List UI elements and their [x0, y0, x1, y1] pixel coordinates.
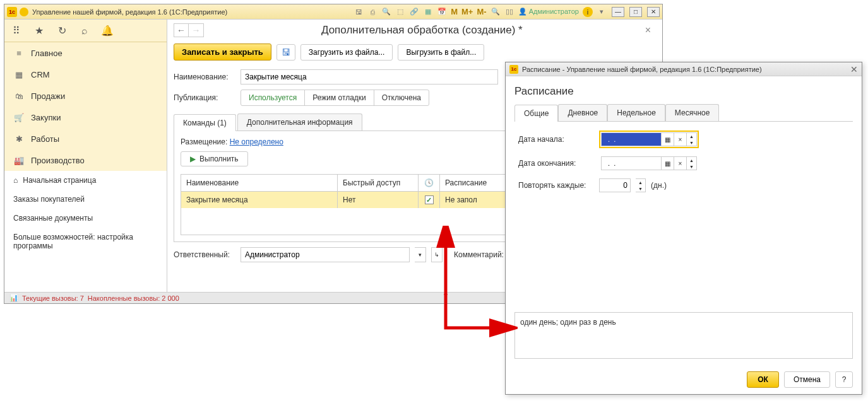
save-icon-button[interactable]: 🖫	[276, 44, 295, 61]
memory-mplus-button[interactable]: M+	[461, 7, 473, 16]
responsible-label: Ответственный:	[174, 250, 235, 259]
execute-button[interactable]: ▶ Выполнить	[181, 151, 248, 166]
minimize-button[interactable]: —	[612, 7, 624, 17]
row-name: Закрытие месяца	[181, 192, 338, 208]
print-icon[interactable]: ⎙	[367, 7, 378, 17]
ok-button[interactable]: ОК	[747, 371, 779, 388]
compare-icon[interactable]: ⬚	[395, 7, 405, 17]
nav-more[interactable]: Больше возможностей: настройка программы	[4, 228, 167, 255]
tab-commands[interactable]: Команды (1)	[174, 114, 236, 131]
nav-crm[interactable]: ▦CRM	[4, 64, 167, 85]
nav-orders[interactable]: Заказы покупателей	[4, 190, 167, 209]
close-button[interactable]: ✕	[647, 7, 660, 17]
nav-label: Работы	[31, 134, 59, 144]
nav-purchases[interactable]: 🛒Закупки	[4, 107, 167, 128]
load-file-button[interactable]: Загрузить из файла...	[300, 44, 393, 61]
dlg-tab-daily[interactable]: Дневное	[558, 104, 607, 121]
nav-secondary: ⌂Начальная страница Заказы покупателей С…	[4, 171, 167, 292]
save-close-button[interactable]: Записать и закрыть	[174, 44, 271, 61]
pub-option-used[interactable]: Используется	[241, 90, 305, 105]
user-label[interactable]: 👤 Администратор	[518, 8, 579, 16]
responsible-open[interactable]: ↳	[431, 247, 443, 262]
star-icon[interactable]: ★	[33, 25, 45, 37]
row-schedule-checkbox[interactable]: ✓	[419, 192, 440, 208]
apps-icon[interactable]: ⠿	[11, 25, 22, 37]
start-spin[interactable]: ▲▼	[687, 132, 697, 146]
status-accumulated: Накопленные вызовы: 2 000	[88, 294, 179, 302]
comment-label: Комментарий:	[454, 250, 504, 259]
panels-icon[interactable]: ▯▯	[504, 7, 514, 17]
responsible-input[interactable]	[241, 247, 410, 262]
link-icon[interactable]: 🔗	[409, 7, 419, 17]
start-calendar-button[interactable]: ▦	[662, 132, 674, 146]
publication-group: Используется Режим отладки Отключена	[241, 90, 429, 106]
nav-label: Продажи	[31, 91, 65, 101]
nav-related[interactable]: Связанные документы	[4, 209, 167, 228]
pub-option-disabled[interactable]: Отключена	[374, 90, 429, 105]
placement-link[interactable]: Не определено	[230, 137, 283, 146]
name-label: Наименование:	[174, 73, 235, 81]
start-clear-button[interactable]: ×	[674, 132, 687, 146]
col-name[interactable]: Наименование	[181, 175, 338, 191]
calculator-icon[interactable]: ▦	[423, 7, 433, 17]
checkbox-icon: ✓	[425, 195, 434, 204]
end-spin[interactable]: ▲▼	[687, 156, 697, 170]
nav-label: Производство	[31, 156, 85, 165]
memory-m-button[interactable]: M	[451, 7, 458, 16]
col-schedule-icon[interactable]: 🕓	[419, 175, 440, 191]
nav-label: Закупки	[31, 113, 61, 122]
repeat-unit: (дн.)	[651, 181, 667, 190]
dlg-tab-general[interactable]: Общие	[514, 105, 558, 122]
nav-home[interactable]: ⌂Начальная страница	[4, 171, 167, 190]
dropdown-indicator-icon[interactable]	[20, 8, 28, 16]
clock-icon: 🕓	[424, 178, 434, 187]
nav-sales[interactable]: 🛍Продажи	[4, 85, 167, 107]
repeat-spin[interactable]: ▲▼	[636, 178, 646, 192]
app-logo-icon: 1c	[7, 7, 17, 17]
export-file-button[interactable]: Выгрузить в файл...	[398, 44, 484, 61]
dialog-close-button[interactable]: ✕	[850, 64, 858, 74]
memory-mminus-button[interactable]: M-	[477, 7, 486, 16]
responsible-dropdown[interactable]: ▾	[415, 247, 426, 262]
dropdown-icon[interactable]: ▾	[597, 7, 607, 17]
basket-icon: 🛍	[13, 90, 25, 102]
dialog-logo-icon: 1c	[509, 65, 518, 74]
forward-button[interactable]: →	[189, 23, 204, 37]
history-icon[interactable]: ↻	[56, 25, 68, 37]
maximize-button[interactable]: □	[629, 7, 642, 17]
bell-icon[interactable]: 🔔	[102, 25, 113, 37]
col-quick[interactable]: Быстрый доступ	[338, 175, 419, 191]
info-icon[interactable]: i	[583, 7, 593, 17]
tools-icon: ✱	[13, 133, 25, 144]
end-calendar-button[interactable]: ▦	[662, 156, 674, 170]
preview-icon[interactable]: 🔍	[381, 7, 391, 17]
admin-name: Администратор	[529, 8, 579, 15]
execute-label: Выполнить	[199, 154, 239, 163]
pub-option-debug[interactable]: Режим отладки	[305, 90, 374, 105]
nav-works[interactable]: ✱Работы	[4, 128, 167, 149]
status-icon: 📊	[9, 294, 18, 302]
sec-label: Начальная страница	[23, 176, 96, 185]
tab-info[interactable]: Дополнительная информация	[237, 113, 362, 131]
home-icon: ⌂	[13, 176, 18, 185]
close-document-button[interactable]: ×	[640, 25, 656, 36]
document-title: Дополнительная обработка (создание) *	[204, 24, 640, 37]
calendar-icon[interactable]: 📅	[437, 7, 447, 17]
zoom-icon[interactable]: 🔍	[490, 7, 501, 17]
back-button[interactable]: ←	[174, 23, 189, 37]
nav-production[interactable]: 🏭Производство	[4, 149, 167, 171]
search-icon[interactable]: ⌕	[79, 25, 90, 37]
name-input[interactable]	[241, 69, 498, 84]
cancel-button[interactable]: Отмена	[784, 371, 830, 388]
menu-icon: ≡	[13, 47, 25, 59]
save-icon[interactable]: 🖫	[354, 7, 364, 17]
dlg-tab-weekly[interactable]: Недельное	[607, 104, 665, 121]
end-date-input[interactable]	[601, 156, 662, 170]
end-clear-button[interactable]: ×	[674, 156, 687, 170]
factory-icon: 🏭	[13, 154, 25, 166]
dlg-tab-monthly[interactable]: Месячное	[665, 104, 720, 121]
help-button[interactable]: ?	[835, 371, 853, 388]
nav-main[interactable]: ≡Главное	[4, 42, 167, 64]
repeat-input[interactable]	[599, 178, 631, 192]
start-date-input[interactable]	[601, 132, 662, 146]
